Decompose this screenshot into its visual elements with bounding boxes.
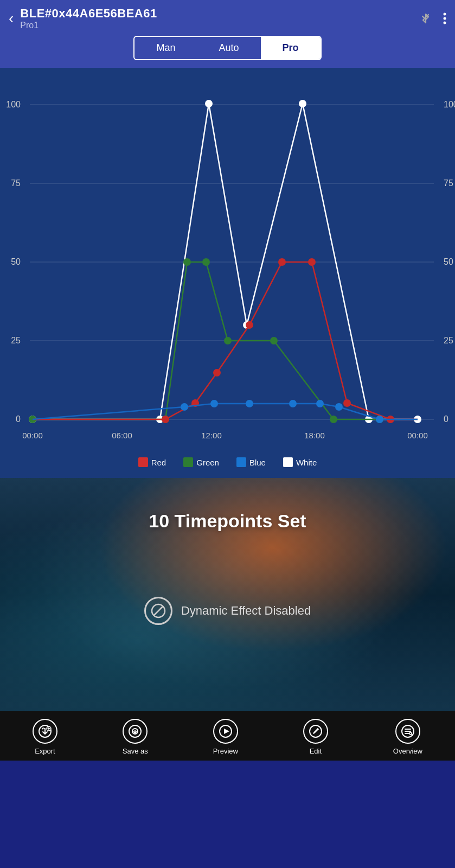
overview-label: Overview [393, 747, 422, 755]
preview-svg [219, 724, 233, 738]
svg-point-53 [335, 403, 343, 411]
toolbar-export[interactable]: Export [33, 719, 57, 755]
svg-point-34 [183, 258, 191, 266]
header-subtitle: Pro1 [20, 21, 157, 30]
svg-point-44 [308, 258, 316, 266]
no-symbol-icon [150, 603, 166, 619]
export-svg [38, 724, 52, 738]
svg-text:75: 75 [444, 178, 453, 188]
svg-point-27 [205, 100, 213, 107]
svg-text:00:00: 00:00 [22, 431, 43, 440]
chart-legend: Red Green Blue White [0, 452, 455, 476]
svg-point-48 [181, 403, 188, 411]
overview-svg [401, 724, 415, 738]
svg-text:100: 100 [6, 100, 21, 109]
header-left: ‹ BLE#0x44A6E56BEA61 Pro1 [9, 7, 157, 30]
bottom-toolbar: Export Save as Preview [0, 711, 455, 761]
disabled-icon [144, 597, 172, 625]
legend-dot-white [283, 457, 293, 467]
more-icon [443, 12, 446, 25]
chart-svg-wrap: 100 75 50 25 0 100 75 50 25 0 00:00 06:0… [0, 72, 455, 452]
svg-text:75: 75 [11, 178, 21, 188]
tab-man[interactable]: Man [134, 37, 197, 59]
svg-line-0 [422, 16, 424, 18]
svg-line-56 [153, 606, 163, 616]
chart-svg: 100 75 50 25 0 100 75 50 25 0 00:00 06:0… [0, 72, 455, 452]
svg-text:25: 25 [11, 336, 21, 345]
tab-pro[interactable]: Pro [261, 37, 321, 59]
legend-blue: Blue [236, 457, 266, 467]
save-as-icon [123, 719, 148, 744]
edit-icon [303, 719, 328, 744]
bluetooth-button[interactable] [419, 12, 432, 25]
svg-point-29 [299, 100, 306, 107]
legend-dot-red [138, 457, 148, 467]
svg-point-45 [343, 399, 351, 407]
legend-dot-blue [236, 457, 246, 467]
svg-point-49 [210, 400, 218, 407]
svg-point-43 [278, 258, 286, 266]
header-icons [419, 12, 446, 25]
svg-point-52 [316, 400, 324, 407]
underwater-section: 10 Timepoints Set Dynamic Effect Disable… [0, 478, 455, 711]
legend-label-blue: Blue [249, 458, 266, 467]
svg-point-36 [224, 337, 232, 344]
tab-auto[interactable]: Auto [197, 37, 260, 59]
svg-point-51 [289, 400, 297, 407]
edit-label: Edit [310, 747, 322, 755]
save-as-label: Save as [123, 747, 148, 755]
export-label: Export [35, 747, 55, 755]
legend-label-red: Red [151, 458, 166, 467]
svg-text:00:00: 00:00 [407, 431, 428, 440]
edit-svg [309, 724, 323, 738]
legend-label-white: White [296, 458, 317, 467]
svg-point-38 [330, 416, 337, 423]
svg-point-3 [444, 22, 446, 24]
svg-text:50: 50 [11, 257, 21, 266]
timepoints-text: 10 Timepoints Set [149, 510, 306, 532]
svg-text:100: 100 [444, 100, 455, 109]
save-as-svg [128, 724, 142, 738]
toolbar-preview[interactable]: Preview [213, 719, 238, 755]
toolbar-overview[interactable]: Overview [393, 719, 422, 755]
svg-text:25: 25 [444, 336, 453, 345]
tabs: Man Auto Pro [133, 36, 321, 60]
more-button[interactable] [443, 12, 446, 25]
dynamic-effect-text: Dynamic Effect Disabled [181, 604, 311, 618]
legend-green: Green [183, 457, 219, 467]
header-title: BLE#0x44A6E56BEA61 [20, 7, 157, 21]
legend-white: White [283, 457, 317, 467]
toolbar-save-as[interactable]: Save as [123, 719, 148, 755]
svg-point-2 [444, 17, 446, 20]
svg-point-37 [270, 337, 278, 344]
svg-text:18:00: 18:00 [304, 431, 325, 440]
svg-point-54 [376, 416, 383, 423]
svg-text:50: 50 [444, 257, 453, 266]
back-button[interactable]: ‹ [9, 10, 14, 27]
legend-dot-green [183, 457, 193, 467]
legend-label-green: Green [196, 458, 219, 467]
toolbar-edit[interactable]: Edit [303, 719, 328, 755]
svg-text:12:00: 12:00 [201, 431, 222, 440]
svg-text:0: 0 [16, 414, 21, 424]
preview-icon [213, 719, 238, 744]
svg-point-46 [162, 416, 169, 423]
header: ‹ BLE#0x44A6E56BEA61 Pro1 [0, 0, 455, 36]
overview-icon [395, 719, 420, 744]
svg-point-1 [444, 13, 446, 16]
legend-red: Red [138, 457, 166, 467]
svg-text:06:00: 06:00 [112, 431, 132, 440]
bluetooth-icon [419, 12, 432, 25]
tabs-container: Man Auto Pro [0, 36, 455, 68]
chart-area: 100 75 50 25 0 100 75 50 25 0 00:00 06:0… [0, 68, 455, 478]
dynamic-effect-row: Dynamic Effect Disabled [144, 597, 311, 625]
export-icon [33, 719, 57, 744]
preview-label: Preview [213, 747, 238, 755]
svg-text:0: 0 [444, 414, 448, 424]
header-title-block: BLE#0x44A6E56BEA61 Pro1 [20, 7, 157, 30]
svg-point-42 [246, 321, 253, 329]
svg-point-41 [213, 369, 221, 376]
svg-point-50 [246, 400, 253, 407]
svg-marker-61 [224, 729, 229, 734]
svg-point-35 [202, 258, 210, 266]
